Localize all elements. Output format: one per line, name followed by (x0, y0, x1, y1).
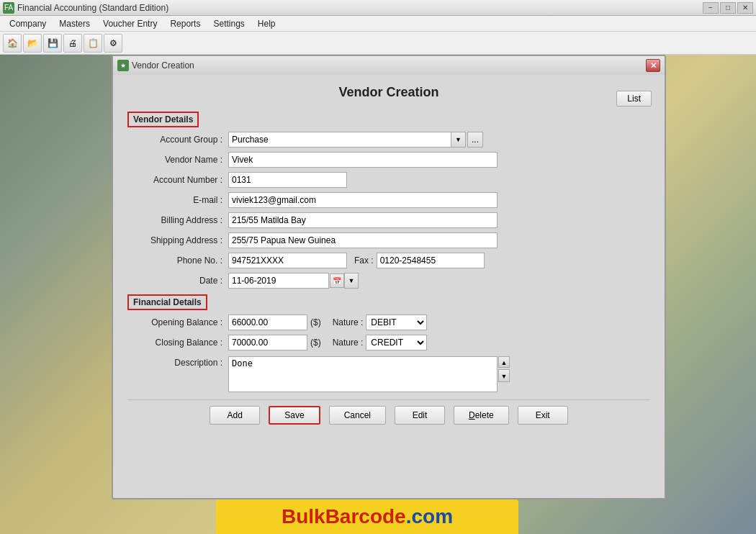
closing-currency: ($) (310, 338, 321, 348)
account-number-input[interactable] (228, 172, 347, 188)
date-dropdown[interactable]: ▼ (344, 273, 359, 289)
closing-balance-input[interactable] (228, 335, 307, 350)
phone-label: Phone No. : (127, 255, 228, 266)
exit-button[interactable]: Exit (518, 406, 568, 425)
account-number-row: Account Number : (127, 172, 650, 188)
scroll-up[interactable]: ▲ (498, 356, 510, 368)
financial-details-section: Financial Details Opening Balance : ($) … (127, 294, 650, 350)
opening-balance-row: Opening Balance : ($) Nature : DEBIT CRE… (127, 314, 650, 330)
main-area: ★ Vendor Creation ✕ Vendor Creation List… (0, 55, 756, 534)
toolbar-home[interactable]: 🏠 (3, 34, 22, 53)
action-buttons: Add Save Cancel Edit Delete Exit (127, 399, 650, 425)
cancel-button[interactable]: Cancel (329, 406, 386, 425)
vendor-name-row: Vendor Name : (127, 152, 650, 168)
modal-close-button[interactable]: ✕ (646, 59, 660, 72)
fax-label: Fax : (354, 255, 374, 266)
date-row: Date : 📅 ▼ (127, 273, 650, 289)
description-textarea[interactable]: Done (228, 356, 498, 392)
fax-input[interactable] (377, 253, 485, 268)
menu-company[interactable]: Company (3, 17, 53, 31)
bulk-barcode-banner: BulkBarcode.com (216, 499, 518, 534)
maximize-button[interactable]: □ (720, 2, 736, 14)
account-group-input[interactable] (228, 132, 451, 148)
billing-address-input[interactable] (228, 212, 498, 228)
closing-balance-row: Closing Balance : ($) Nature : DEBIT CRE… (127, 335, 650, 350)
toolbar-print[interactable]: 🖨 (63, 34, 82, 53)
account-group-ellipsis[interactable]: ... (467, 132, 483, 148)
vendor-name-input[interactable] (228, 152, 498, 168)
email-row: E-mail : (127, 192, 650, 208)
add-button[interactable]: Add (210, 406, 260, 425)
opening-balance-input[interactable] (228, 314, 307, 330)
toolbar-open[interactable]: 📂 (23, 34, 42, 53)
account-number-label: Account Number : (127, 175, 228, 185)
opening-currency: ($) (310, 317, 321, 327)
vendor-details-section-label: Vendor Details (127, 112, 199, 127)
closing-nature-select[interactable]: DEBIT CREDIT (366, 335, 427, 350)
description-row: Description : Done ▲ ▼ (127, 356, 650, 392)
email-label: E-mail : (127, 195, 228, 205)
delete-button[interactable]: Delete (454, 406, 509, 425)
calendar-icon[interactable]: 📅 (330, 273, 344, 288)
menu-settings[interactable]: Settings (207, 17, 251, 31)
financial-details-section-label: Financial Details (127, 294, 207, 310)
list-button[interactable]: List (616, 91, 652, 107)
banner-text-bulk: BulkBarcode (282, 505, 406, 528)
opening-nature-select[interactable]: DEBIT CREDIT (366, 314, 427, 330)
scroll-down[interactable]: ▼ (498, 369, 510, 382)
toolbar: 🏠 📂 💾 🖨 📋 ⚙ (0, 32, 756, 55)
menu-voucher-entry[interactable]: Voucher Entry (96, 17, 163, 31)
opening-balance-label: Opening Balance : (127, 317, 228, 327)
email-input[interactable] (228, 192, 498, 208)
close-button[interactable]: ✕ (737, 2, 753, 14)
menu-reports[interactable]: Reports (163, 17, 207, 31)
window-controls: − □ ✕ (703, 2, 753, 14)
banner-text-com: .com (406, 505, 453, 528)
modal-body: Vendor Creation List Vendor Details Acco… (112, 75, 666, 499)
phone-fax-row: Phone No. : Fax : (127, 253, 650, 268)
closing-balance-label: Closing Balance : (127, 338, 228, 348)
phone-input[interactable] (228, 253, 347, 268)
menu-bar: Company Masters Voucher Entry Reports Se… (0, 16, 756, 32)
edit-button[interactable]: Edit (395, 406, 445, 425)
vendor-name-label: Vendor Name : (127, 155, 228, 165)
menu-help[interactable]: Help (251, 17, 282, 31)
shipping-address-input[interactable] (228, 232, 498, 248)
description-label: Description : (127, 356, 228, 368)
opening-nature-label: Nature : (333, 317, 364, 327)
date-label: Date : (127, 276, 228, 286)
shipping-address-label: Shipping Address : (127, 235, 228, 245)
menu-masters[interactable]: Masters (53, 17, 96, 31)
modal-heading: Vendor Creation (127, 82, 650, 103)
app-icon: FA (3, 2, 14, 14)
billing-address-label: Billing Address : (127, 215, 228, 225)
minimize-button[interactable]: − (703, 2, 719, 14)
modal-title-text: Vendor Creation (132, 60, 646, 71)
account-group-label: Account Group : (127, 135, 228, 145)
description-scrollbar: ▲ ▼ (498, 356, 510, 382)
save-button[interactable]: Save (269, 406, 320, 425)
toolbar-save[interactable]: 💾 (43, 34, 62, 53)
account-group-row: Account Group : ▼ ... (127, 132, 650, 148)
title-bar: FA Financial Accounting (Standard Editio… (0, 0, 756, 16)
billing-address-row: Billing Address : (127, 212, 650, 228)
toolbar-settings[interactable]: ⚙ (104, 34, 122, 53)
vendor-creation-modal: ★ Vendor Creation ✕ Vendor Creation List… (112, 55, 666, 501)
account-group-dropdown[interactable]: ▼ (451, 132, 466, 148)
banner-text: BulkBarcode.com (282, 505, 453, 528)
delete-label-rest: elete (475, 410, 494, 420)
date-input[interactable] (228, 273, 329, 289)
closing-nature-label: Nature : (333, 338, 364, 348)
app-title: Financial Accounting (Standard Edition) (17, 3, 703, 13)
modal-icon: ★ (117, 60, 129, 71)
shipping-address-row: Shipping Address : (127, 232, 650, 248)
toolbar-copy[interactable]: 📋 (84, 34, 102, 53)
modal-title-bar: ★ Vendor Creation ✕ (112, 55, 666, 75)
